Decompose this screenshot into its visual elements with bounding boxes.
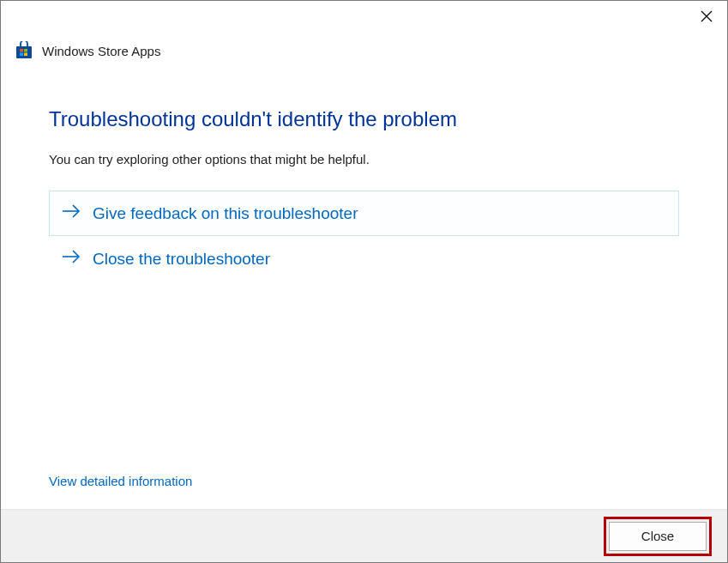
footer-bar: Close (1, 509, 727, 562)
window-close-button[interactable] (695, 6, 719, 30)
arrow-right-icon (62, 203, 81, 223)
close-button-highlight: Close (604, 517, 712, 556)
header-row: Windows Store Apps (1, 32, 727, 66)
window-titlebar (1, 1, 727, 32)
subtext: You can try exploring other options that… (49, 152, 679, 166)
close-button[interactable]: Close (609, 522, 707, 551)
option-label: Give feedback on this troubleshooter (93, 204, 358, 223)
svg-rect-3 (20, 49, 23, 52)
svg-rect-4 (24, 49, 27, 52)
main-heading: Troubleshooting couldn't identify the pr… (49, 107, 679, 131)
troubleshooter-window: Windows Store Apps Troubleshooting could… (0, 0, 728, 563)
option-label: Close the troubleshooter (93, 250, 270, 269)
option-feedback[interactable]: Give feedback on this troubleshooter (49, 191, 679, 236)
svg-rect-6 (24, 53, 27, 57)
option-close-troubleshooter[interactable]: Close the troubleshooter (49, 236, 679, 282)
view-detailed-information-link[interactable]: View detailed information (49, 474, 192, 488)
app-title: Windows Store Apps (42, 44, 160, 58)
windows-store-icon (15, 41, 33, 60)
content-area: Troubleshooting couldn't identify the pr… (1, 66, 727, 509)
close-icon (701, 10, 713, 26)
arrow-right-icon (62, 249, 81, 269)
svg-rect-2 (16, 46, 32, 58)
svg-rect-5 (20, 53, 23, 57)
